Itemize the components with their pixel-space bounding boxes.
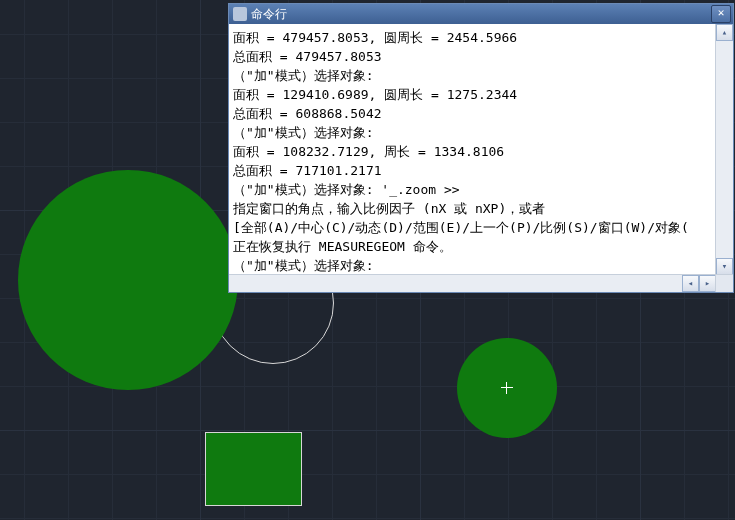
large-circle-shape[interactable] — [18, 170, 238, 390]
cmd-line: 面积 = 479457.8053, 圆周长 = 2454.5966 — [233, 28, 715, 47]
cmd-line: （"加"模式）选择对象: — [233, 123, 715, 142]
command-line-titlebar[interactable]: 命令行 ✕ — [229, 4, 733, 24]
scroll-up-button[interactable]: ▴ — [716, 24, 733, 41]
scrollbar-corner — [715, 275, 733, 292]
scroll-left-button[interactable]: ◂ — [682, 275, 699, 292]
command-line-window: 命令行 ✕ 面积 = 479457.8053, 圆周长 = 2454.5966 … — [228, 3, 734, 293]
cmd-line: 总面积 = 717101.2171 — [233, 161, 715, 180]
cad-canvas[interactable]: 命令行 ✕ 面积 = 479457.8053, 圆周长 = 2454.5966 … — [0, 0, 735, 520]
command-line-title: 命令行 — [251, 6, 707, 23]
command-line-icon — [233, 7, 247, 21]
scroll-right-button[interactable]: ▸ — [699, 275, 716, 292]
cmd-line: 指定窗口的角点，输入比例因子 (nX 或 nXP)，或者 — [233, 199, 715, 218]
vertical-scrollbar[interactable]: ▴ ▾ — [715, 24, 733, 275]
cmd-line: 面积 = 108232.7129, 周长 = 1334.8106 — [233, 142, 715, 161]
small-circle-shape[interactable] — [457, 338, 557, 438]
cmd-line: 正在恢复执行 MEASUREGEOM 命令。 — [233, 237, 715, 256]
scroll-down-button[interactable]: ▾ — [716, 258, 733, 275]
cmd-line: [全部(A)/中心(C)/动态(D)/范围(E)/上一个(P)/比例(S)/窗口… — [233, 218, 715, 237]
close-button[interactable]: ✕ — [711, 5, 731, 23]
command-line-text[interactable]: 面积 = 479457.8053, 圆周长 = 2454.5966 总面积 = … — [229, 24, 733, 292]
cmd-line: 总面积 = 608868.5042 — [233, 104, 715, 123]
horizontal-scrollbar[interactable]: ◂ ▸ — [229, 274, 733, 292]
cmd-line: （"加"模式）选择对象: '_.zoom >> — [233, 180, 715, 199]
cmd-line: （"加"模式）选择对象: — [233, 256, 715, 274]
cmd-line: （"加"模式）选择对象: — [233, 66, 715, 85]
rectangle-shape[interactable] — [205, 432, 302, 506]
cmd-line: 面积 = 129410.6989, 圆周长 = 1275.2344 — [233, 85, 715, 104]
cmd-line: 总面积 = 479457.8053 — [233, 47, 715, 66]
